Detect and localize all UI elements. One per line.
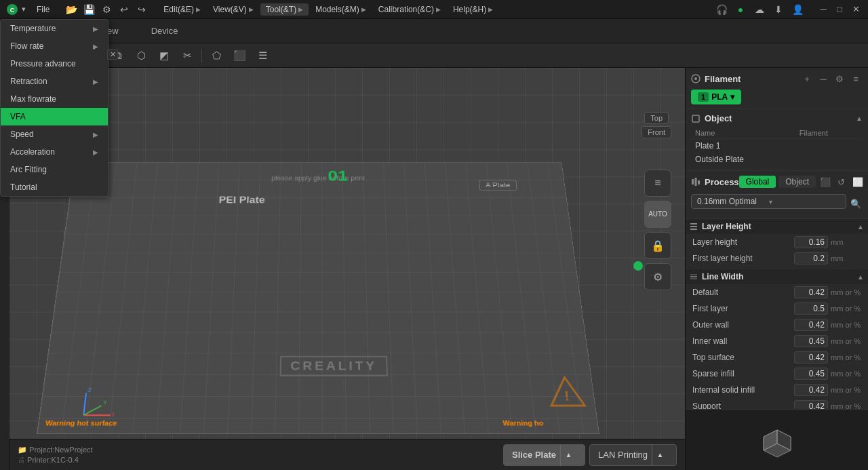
filament-number: 1 bbox=[698, 92, 709, 102]
tab-device[interactable]: Device bbox=[135, 22, 195, 40]
filament-menu-icon[interactable]: ≡ bbox=[849, 72, 863, 85]
object-collapse-icon[interactable]: ▲ bbox=[856, 115, 863, 122]
app-logo-icon: C bbox=[5, 3, 19, 16]
lan-arrow[interactable]: ▲ bbox=[652, 444, 668, 466]
table-row[interactable]: Plate 1 bbox=[691, 139, 863, 153]
process-reset-icon[interactable]: ↺ bbox=[835, 175, 848, 189]
menu-item-pressure-advance[interactable]: Pressure advance bbox=[1, 55, 108, 73]
menu-item-tutorial[interactable]: Tutorial bbox=[1, 178, 108, 196]
redo-icon[interactable]: ↪ bbox=[134, 1, 150, 18]
process-title: Process bbox=[691, 177, 739, 187]
slice-plate-button[interactable]: Slice Plate ▲ bbox=[503, 444, 585, 466]
layer-height-section: Layer Height ▲ Layer height mm First lay… bbox=[686, 219, 868, 267]
layer-height-header[interactable]: Layer Height ▲ bbox=[686, 219, 868, 234]
fill-tool-btn[interactable]: ◩ bbox=[153, 46, 175, 65]
save-icon[interactable]: 💾 bbox=[81, 1, 97, 18]
menu-item-acceleration[interactable]: Acceleration ▶ bbox=[1, 143, 108, 161]
lock-btn[interactable]: 🔒 bbox=[644, 232, 671, 259]
list-view-btn[interactable]: ≡ bbox=[644, 170, 671, 197]
canvas-area[interactable]: please apply glue before print A Plate 0… bbox=[9, 68, 685, 470]
line-width-collapse-icon[interactable]: ▲ bbox=[857, 273, 864, 281]
filament-icon bbox=[691, 74, 701, 83]
process-preset-dropdown[interactable]: 0.16mm Optimal ▾ bbox=[691, 194, 846, 209]
param-sparse-infill: Sparse infill mm or % bbox=[686, 366, 868, 382]
copy-tool-btn[interactable]: ⧉ bbox=[107, 46, 129, 65]
outer-wall-input[interactable] bbox=[794, 319, 828, 331]
menu-item-retraction[interactable]: Retraction ▶ bbox=[1, 73, 108, 90]
network-icon[interactable]: ● bbox=[732, 1, 749, 18]
remove-filament-icon[interactable]: ─ bbox=[816, 72, 830, 85]
maximize-button[interactable]: □ bbox=[833, 3, 846, 16]
title-menu: File bbox=[31, 3, 55, 16]
cloud-icon[interactable]: ☁ bbox=[751, 1, 768, 18]
tab-global[interactable]: Global bbox=[739, 176, 776, 188]
col-name: Name bbox=[691, 128, 795, 139]
slice-arrow[interactable]: ▲ bbox=[560, 444, 576, 466]
open-file-icon[interactable]: 📂 bbox=[63, 1, 79, 18]
view-menu[interactable]: View(&V) ▶ bbox=[208, 3, 259, 16]
menu-item-vfa[interactable]: VFA bbox=[1, 108, 108, 125]
lan-printing-button[interactable]: LAN Printing ▲ bbox=[589, 444, 677, 466]
svg-line-6 bbox=[83, 406, 101, 415]
view-labels: Top Front bbox=[642, 112, 671, 138]
models-menu[interactable]: Models(&M) ▶ bbox=[310, 3, 372, 16]
menu-item-arc-fitting[interactable]: Arc Fitting bbox=[1, 161, 108, 178]
layer-height-input[interactable] bbox=[794, 236, 828, 248]
close-button[interactable]: ✕ bbox=[849, 3, 863, 16]
process-header-right: Global Object ⬛ ↺ ⬜ ⚙ bbox=[739, 175, 868, 189]
orient-btn[interactable]: ⬠ bbox=[205, 46, 227, 65]
bed-grid bbox=[37, 162, 599, 433]
settings-view-btn[interactable]: ⚙ bbox=[644, 263, 671, 290]
warning-hot2: Warning ho bbox=[502, 419, 544, 427]
menu-item-speed[interactable]: Speed ▶ bbox=[1, 125, 108, 143]
line-width-title: Line Width bbox=[690, 272, 743, 281]
filament-select-button[interactable]: 1 PLA ▾ bbox=[691, 90, 741, 104]
arrange-btn[interactable]: ⬛ bbox=[229, 46, 250, 65]
add-filament-icon[interactable]: + bbox=[800, 72, 814, 85]
top-tabs: Prepare Preview Device bbox=[0, 19, 868, 43]
param-first-layer: First layer mm or % bbox=[686, 300, 868, 317]
tab-object-process[interactable]: Object bbox=[778, 176, 816, 188]
file-menu[interactable]: File bbox=[31, 3, 55, 16]
process-save-icon[interactable]: ⬜ bbox=[851, 175, 865, 189]
sparse-infill-input[interactable] bbox=[794, 368, 828, 380]
internal-solid-input[interactable] bbox=[794, 384, 828, 396]
menu-item-flow-rate[interactable]: Flow rate ▶ bbox=[1, 37, 108, 55]
first-layer-input[interactable] bbox=[794, 302, 828, 315]
svg-text:Z: Z bbox=[87, 387, 92, 393]
edit-menu[interactable]: Edit(&E) ▶ bbox=[158, 3, 206, 16]
process-search-icon[interactable]: 🔍 bbox=[849, 197, 863, 210]
download-icon[interactable]: ⬇ bbox=[770, 1, 787, 18]
creality-logo: CREALITY bbox=[280, 356, 388, 376]
inner-wall-unit: mm or % bbox=[831, 337, 861, 345]
menu-item-temperature[interactable]: Temperature ▶ bbox=[1, 20, 108, 37]
right-view-buttons: ≡ AUTO 🔒 ⚙ bbox=[644, 170, 671, 290]
undo-icon[interactable]: ↩ bbox=[116, 1, 132, 18]
layer-height-params: Layer height mm First layer height mm bbox=[686, 234, 868, 267]
object-table: Name Filament Plate 1 Outside Plate bbox=[691, 128, 863, 166]
top-surface-input[interactable] bbox=[794, 351, 828, 364]
menu-item-max-flowrate[interactable]: Max flowrate bbox=[1, 90, 108, 108]
params-scroll-area[interactable]: Layer Height ▲ Layer height mm First lay… bbox=[686, 219, 868, 409]
default-input[interactable] bbox=[794, 286, 828, 298]
headset-icon[interactable]: 🎧 bbox=[713, 1, 730, 18]
user-icon[interactable]: 👤 bbox=[789, 1, 806, 18]
calibration-menu[interactable]: Calibration(&C) ▶ bbox=[373, 3, 446, 16]
inner-wall-input[interactable] bbox=[794, 335, 828, 347]
first-layer-height-input[interactable] bbox=[794, 252, 828, 265]
table-row[interactable]: Outside Plate bbox=[691, 153, 863, 166]
support-tool-btn[interactable]: ✂ bbox=[176, 46, 198, 65]
auto-view-btn[interactable]: AUTO bbox=[644, 201, 671, 228]
svg-line-4 bbox=[83, 393, 86, 415]
minimize-button[interactable]: ─ bbox=[816, 3, 830, 16]
help-menu[interactable]: Help(&H) ▶ bbox=[448, 3, 498, 16]
layer-height-collapse-icon[interactable]: ▲ bbox=[857, 223, 864, 231]
tool-menu[interactable]: Tool(&T) ▶ bbox=[260, 3, 309, 16]
process-compare-icon[interactable]: ⬛ bbox=[818, 175, 832, 189]
menu-btn[interactable]: ☰ bbox=[252, 46, 273, 65]
filament-settings-icon[interactable]: ⚙ bbox=[833, 72, 846, 85]
line-width-header[interactable]: Line Width ▲ bbox=[686, 269, 868, 284]
support-input[interactable] bbox=[794, 400, 828, 409]
hex-tool-btn[interactable]: ⬡ bbox=[130, 46, 152, 65]
settings-icon[interactable]: ⚙ bbox=[98, 1, 115, 18]
